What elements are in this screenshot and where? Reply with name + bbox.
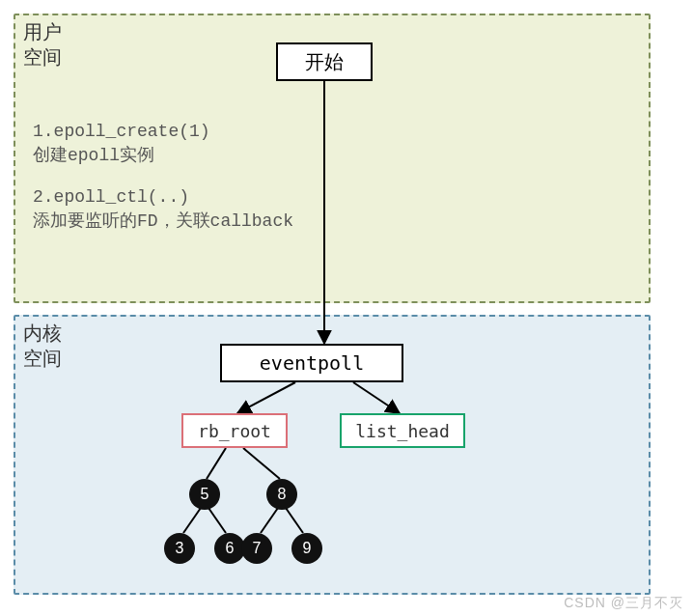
tree-node-8: 8 [266,479,297,510]
start-node: 开始 [276,42,373,81]
kernel-panel-title: 内核 空间 [23,321,62,371]
tree-node-7: 7 [241,533,272,564]
eventpoll-node: eventpoll [220,344,403,382]
watermark: CSDN @三月不灭 [564,595,683,612]
diagram-stage: 用户 空间 内核 空间 1.epoll_create(1) 创建epoll实例 … [0,0,693,616]
tree-node-9: 9 [291,533,322,564]
list-head-node: list_head [340,413,465,448]
step-1: 1.epoll_create(1) 创建epoll实例 [33,120,210,168]
rb-root-node: rb_root [181,413,288,448]
tree-node-5: 5 [189,479,220,510]
tree-node-3: 3 [164,533,195,564]
step-2: 2.epoll_ctl(..) 添加要监听的FD，关联callback [33,185,293,234]
user-panel-title: 用户 空间 [23,19,62,70]
